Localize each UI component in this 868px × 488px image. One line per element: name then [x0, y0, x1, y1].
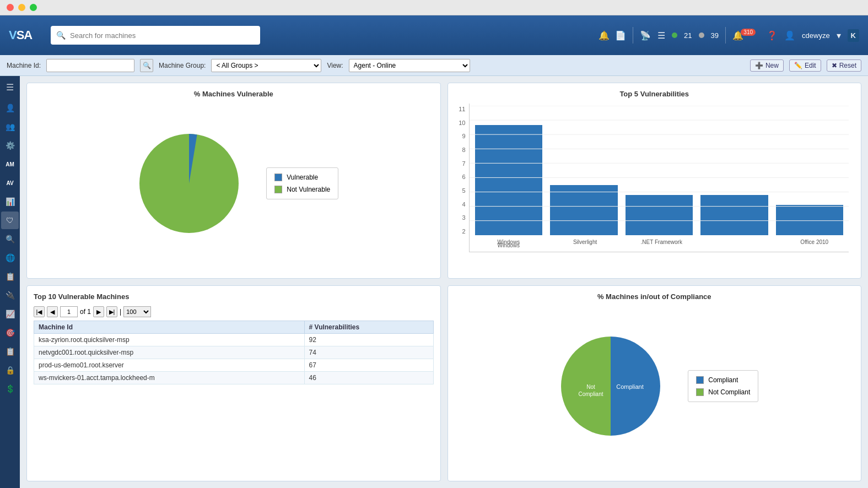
sidebar-icon-av[interactable]: AV — [1, 174, 19, 192]
y-label-5: 5 — [455, 187, 466, 194]
bar-group-dotnet — [626, 195, 693, 235]
per-page-select[interactable]: 100 — [123, 306, 151, 317]
reset-button[interactable]: ✖ Reset — [827, 59, 861, 72]
y-label-7: 7 — [455, 160, 466, 167]
machine-id-input[interactable] — [46, 59, 134, 72]
sidebar-icon-reports[interactable]: 📊 — [1, 193, 19, 210]
sidebar-icon-security[interactable]: 🛡 — [1, 212, 19, 229]
vulnerable-card: % Machines Vulnerable Vulnerable — [26, 83, 441, 279]
machine-group-select[interactable]: < All Groups > — [211, 59, 321, 72]
user-icon[interactable]: 👤 — [784, 30, 795, 41]
cell-vulnerabilities: 74 — [304, 346, 433, 359]
cell-machine-id: ws-mvickers-01.acct.tampa.lockheed-m — [34, 372, 305, 384]
file-icon[interactable]: 📄 — [615, 30, 626, 41]
next-page-button[interactable]: ▶ — [93, 306, 104, 317]
notification-area[interactable]: 🔔 310 — [732, 30, 760, 41]
last-page-button[interactable]: ▶| — [106, 306, 117, 317]
bars-area: Windows — [469, 104, 849, 252]
vulnerable-color-1 — [274, 173, 282, 181]
username-display: cdewyze — [802, 31, 830, 40]
page-number-input[interactable] — [60, 306, 78, 317]
svg-text:Compliant: Compliant — [579, 391, 603, 397]
logo: VSA — [9, 28, 42, 42]
dropdown-arrow-icon[interactable]: ▾ — [837, 30, 841, 41]
sidebar-menu-icon[interactable]: ☰ — [1, 78, 19, 96]
edit-button[interactable]: ✏️ Edit — [789, 59, 821, 72]
header-divider — [633, 27, 633, 44]
help-icon[interactable]: ❓ — [767, 30, 778, 41]
sidebar-icon-tasks[interactable]: 📋 — [1, 343, 19, 360]
compliance-color-2 — [696, 388, 704, 396]
sidebar: ☰ 👤 👥 ⚙️ AM AV 📊 🛡 🔍 🌐 📋 🔌 📈 🎯 📋 🔒 💲 — [0, 76, 20, 488]
search-bar: 🔍 — [51, 26, 260, 45]
sidebar-icon-search[interactable]: 🔍 — [1, 230, 19, 248]
bar-windows — [475, 125, 543, 235]
bar-silverlight — [550, 185, 618, 235]
sidebar-icon-network[interactable]: 🌐 — [1, 249, 19, 267]
table-row: prod-us-demo01.root.kserver67 — [34, 359, 434, 372]
vulnerable-legend-item-1: Vulnerable — [274, 173, 330, 181]
compliance-legend-item-1: Compliant — [696, 376, 750, 384]
online-count: 21 — [684, 31, 692, 40]
compliance-pie-container: Compliant Not Compliant Compliant Not Co… — [455, 306, 855, 466]
cell-machine-id: ksa-zyrion.root.quicksilver-msp — [34, 334, 305, 346]
header-icons: 🔔 📄 — [599, 30, 626, 41]
network-icon[interactable]: 📡 — [640, 30, 651, 41]
cell-vulnerabilities: 67 — [304, 359, 433, 372]
bar-dotnet — [626, 195, 693, 235]
top10-table: Machine Id # Vulnerabilities ksa-zyrion.… — [34, 321, 434, 384]
y-label-4: 4 — [455, 201, 466, 208]
cell-machine-id: netvgdc001.root.quicksilver-msp — [34, 346, 305, 359]
sidebar-icon-am[interactable]: AM — [1, 155, 19, 173]
search-input[interactable] — [70, 31, 255, 40]
sidebar-icon-list[interactable]: 📋 — [1, 268, 19, 285]
sidebar-icon-users[interactable]: 👤 — [1, 99, 19, 117]
compliance-pie-chart: Compliant Not Compliant — [550, 326, 671, 447]
sidebar-icon-billing[interactable]: 💲 — [1, 380, 19, 398]
vulnerable-pie-container: Vulnerable Not Vulnerable — [34, 104, 434, 263]
y-label-11: 11 — [455, 106, 466, 112]
compliance-legend-item-2: Not Compliant — [696, 388, 750, 396]
machine-id-search-button[interactable]: 🔍 — [140, 59, 153, 72]
compliance-label-1: Compliant — [708, 376, 738, 384]
compliance-color-1 — [696, 376, 704, 384]
minimize-button[interactable] — [18, 4, 25, 11]
pipe-separator: | — [120, 308, 121, 316]
compliance-chart-title: % Machines in/out of Compliance — [455, 292, 855, 301]
close-button[interactable] — [7, 4, 14, 11]
prev-page-button[interactable]: ◀ — [47, 306, 58, 317]
view-label: View: — [327, 62, 343, 69]
sidebar-icon-lock[interactable]: 🔒 — [1, 361, 19, 379]
y-label-3: 3 — [455, 214, 466, 221]
window-chrome — [0, 0, 868, 15]
list-icon[interactable]: ☰ — [657, 30, 665, 41]
app-switcher-icon[interactable]: K — [848, 29, 859, 42]
sidebar-icon-groups[interactable]: 👥 — [1, 118, 19, 135]
y-label-8: 8 — [455, 147, 466, 153]
y-label-2: 2 — [455, 228, 466, 235]
vulnerable-color-2 — [274, 186, 282, 193]
maximize-button[interactable] — [30, 4, 37, 11]
new-button[interactable]: ➕ New — [750, 59, 784, 72]
y-label-6: 6 — [455, 173, 466, 180]
vulnerable-legend: Vulnerable Not Vulnerable — [266, 167, 338, 199]
table-row: netvgdc001.root.quicksilver-msp74 — [34, 346, 434, 359]
header-divider2 — [725, 27, 726, 44]
alarm-icon[interactable]: 🔔 — [599, 30, 610, 41]
sidebar-icon-monitor[interactable]: 📈 — [1, 305, 19, 323]
sidebar-icon-target[interactable]: 🎯 — [1, 324, 19, 341]
edit-icon: ✏️ — [794, 62, 802, 69]
sidebar-icon-plugin[interactable]: 🔌 — [1, 286, 19, 304]
view-select[interactable]: Agent - Online — [349, 59, 470, 72]
top5-card: Top 5 Vulnerabilities 11 10 9 8 7 6 5 4 … — [448, 83, 862, 279]
cell-vulnerabilities: 46 — [304, 372, 433, 384]
vulnerable-legend-item-2: Not Vulnerable — [274, 186, 330, 193]
sidebar-icon-settings[interactable]: ⚙️ — [1, 137, 19, 154]
search-icon: 🔍 — [56, 31, 66, 40]
toolbar: Machine Id: 🔍 Machine Group: < All Group… — [0, 55, 868, 76]
y-label-9: 9 — [455, 133, 466, 139]
bar-office — [776, 205, 844, 235]
first-page-button[interactable]: |◀ — [34, 306, 45, 317]
app-body: ☰ 👤 👥 ⚙️ AM AV 📊 🛡 🔍 🌐 📋 🔌 📈 🎯 📋 🔒 💲 % M… — [0, 76, 868, 488]
col-vulnerabilities: # Vulnerabilities — [304, 321, 433, 334]
